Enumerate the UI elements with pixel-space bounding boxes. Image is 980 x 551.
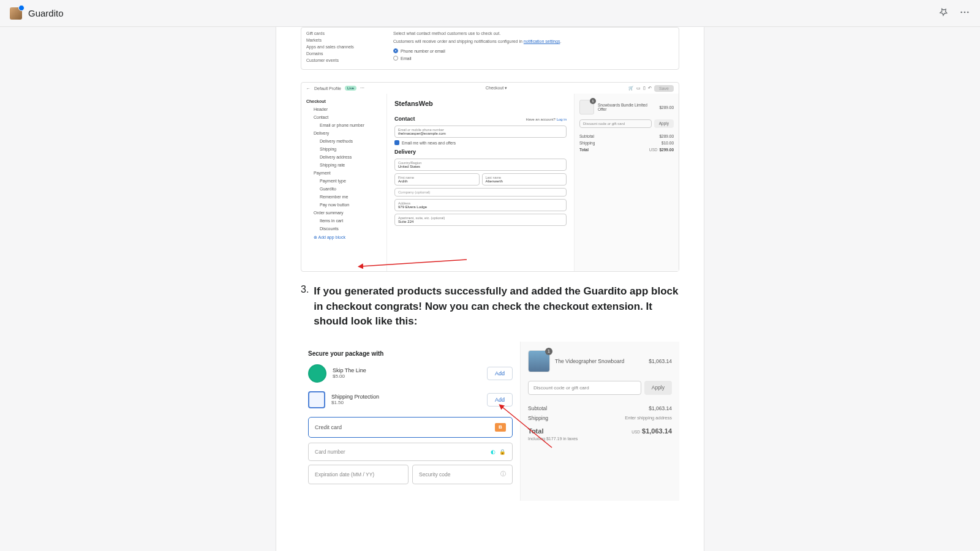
input-placeholder: Card number [315, 449, 345, 455]
shipping-row: ShippingEnter shipping address [528, 413, 672, 423]
cc-badge-icon: B [495, 423, 506, 432]
sidebar-item-delivery[interactable]: Delivery [306, 129, 382, 137]
news-checkbox[interactable]: Email me with news and offers [394, 140, 567, 145]
radio-email[interactable]: Email [393, 54, 673, 62]
s1-main: Select what contact method customers use… [387, 28, 679, 66]
skiptheline-icon [308, 364, 326, 383]
lock-icon: 🔒 [499, 449, 506, 455]
store-name: StefansWeb [394, 100, 567, 107]
radio-phone-email[interactable]: Phone number or email [393, 47, 673, 54]
subtotal-row: Subtotal$289.00 [579, 133, 674, 140]
order-summary: 1 Snowboards Bundle Limited Offer $289.0… [575, 94, 679, 271]
back-icon[interactable]: ← [306, 86, 311, 91]
field-value: 979 Elvera Lodge [398, 205, 563, 209]
svg-point-2 [967, 11, 969, 13]
sidebar-item: Apps and sales channels [306, 43, 382, 50]
more-icon[interactable] [959, 7, 970, 20]
radio-icon [393, 48, 398, 53]
expiry-input[interactable]: Expiration date (MM / YY) [308, 465, 409, 484]
shipping-row: Shipping$10.00 [579, 140, 674, 146]
device-icon[interactable]: ▯ [643, 86, 646, 91]
sidebar-sub[interactable]: Shipping [306, 145, 382, 153]
addon-skiptheline: Skip The Line$5.00 Add [308, 364, 513, 383]
help-icon[interactable]: ⓘ [500, 471, 506, 478]
addon-name: Shipping Protection [331, 394, 481, 400]
sidebar-item: Gift cards [306, 30, 382, 37]
total-row: TotalUSD$299.00 [579, 146, 674, 153]
sidebar-header: Checkout [306, 97, 382, 105]
contact-heading: Contact [394, 116, 415, 122]
addon-price: $1.50 [331, 400, 481, 405]
cart-item: 1 Snowboards Bundle Limited Offer $289.0… [579, 100, 674, 114]
sidebar-item-header[interactable]: Header [306, 105, 382, 113]
topbar-right [938, 7, 970, 20]
chevron-down-icon: ▾ [505, 86, 507, 90]
sidebar-item-payment[interactable]: Payment [306, 169, 382, 177]
firstname-field[interactable]: First nameArdith [394, 173, 480, 186]
qty-badge: 1 [545, 348, 552, 355]
security-code-input[interactable]: Security codeⓘ [412, 465, 513, 484]
sidebar-item: Domains [306, 50, 382, 57]
add-button[interactable]: Add [487, 393, 513, 407]
center-label[interactable]: Checkout [486, 86, 504, 90]
cart-item: 1 The Videographer Snowboard $1,063.14 [528, 350, 672, 372]
device-icon[interactable]: ▭ [636, 86, 641, 91]
discount-input[interactable]: Discount code or gift card [528, 381, 641, 395]
document: Gift cards Markets Apps and sales channe… [276, 27, 704, 551]
sidebar-sub[interactable]: Items in cart [306, 217, 382, 225]
sidebar-sub[interactable]: Delivery methods [306, 137, 382, 145]
page-body[interactable]: Gift cards Markets Apps and sales channe… [0, 27, 980, 551]
radio-label: Email [401, 56, 412, 61]
topbar: Guardito [0, 0, 980, 27]
sidebar-sub[interactable]: Remember me [306, 193, 382, 201]
cart-item-name: Snowboards Bundle Limited Offer [598, 103, 656, 111]
pin-icon[interactable] [938, 7, 948, 20]
sidebar-item: Customer events [306, 57, 382, 64]
sidebar-item-summary[interactable]: Order summary [306, 209, 382, 217]
sidebar-item: Markets [306, 37, 382, 43]
input-placeholder: Security code [419, 471, 451, 478]
radio-icon [393, 56, 398, 61]
qty-badge: 1 [590, 98, 596, 104]
addon-price: $5.00 [333, 373, 481, 379]
step-number: 3. [301, 284, 309, 329]
notification-settings-link[interactable]: notification settings [524, 39, 560, 43]
addon-shipping-protection: Shipping Protection$1.50 Add [308, 391, 513, 408]
cart-item-name: The Videographer Snowboard [555, 358, 644, 364]
card-number-input[interactable]: Card number ◐🔒 [308, 443, 513, 461]
save-button[interactable]: Save [654, 85, 674, 92]
sidebar-sub[interactable]: Shipping rate [306, 161, 382, 169]
apply-button[interactable]: Apply [644, 381, 672, 395]
checkbox-label: Email me with news and offers [402, 141, 456, 145]
sidebar-sub-guardito[interactable]: Guardito [306, 185, 382, 193]
sidebar-sub[interactable]: Email or phone number [306, 121, 382, 129]
cart-icon[interactable]: 🛒 [628, 86, 634, 91]
country-field[interactable]: Country/RegionUnited States [394, 159, 567, 171]
company-field[interactable]: Company (optional) [394, 188, 567, 197]
sidebar-sub[interactable]: Pay now button [306, 201, 382, 209]
discount-input[interactable]: Discount code or gift card [579, 119, 652, 128]
address-field[interactable]: Address979 Elvera Lodge [394, 199, 567, 211]
lastname-field[interactable]: Last nameAltenwerth [482, 173, 567, 186]
apply-button[interactable]: Apply [654, 119, 674, 128]
total-row: TotalUSD$1,063.14 [528, 425, 672, 437]
credit-card-option[interactable]: Credit card B [308, 417, 513, 438]
sidebar-sub[interactable]: Discounts [306, 225, 382, 233]
email-field[interactable]: Email or mobile phone numberthelmacasper… [394, 126, 567, 138]
contact-desc-2: Customers will receive order and shippin… [393, 39, 673, 43]
input-placeholder: Expiration date (MM / YY) [315, 471, 374, 478]
shipping-protection-icon [308, 391, 325, 408]
sidebar-sub[interactable]: Payment type [306, 177, 382, 185]
s2-preview: StefansWeb Contact Have an account? Log … [387, 94, 679, 271]
add-button[interactable]: Add [487, 367, 513, 380]
sidebar-item-contact[interactable]: Contact [306, 113, 382, 121]
screenshot-1: Gift cards Markets Apps and sales channe… [301, 27, 679, 70]
undo-icon[interactable]: ↶ [648, 86, 652, 91]
profile-more[interactable]: ⋯ [360, 86, 364, 91]
sidebar-sub[interactable]: Delivery address [306, 153, 382, 161]
add-app-block-link[interactable]: ⊕ Add app block [306, 233, 382, 242]
field-value: United States [398, 165, 563, 168]
login-link[interactable]: Log in [557, 118, 567, 121]
subtotal-row: Subtotal$1,063.14 [528, 403, 672, 413]
apt-field[interactable]: Apartment, suite, etc. (optional)Suite 2… [394, 214, 567, 226]
